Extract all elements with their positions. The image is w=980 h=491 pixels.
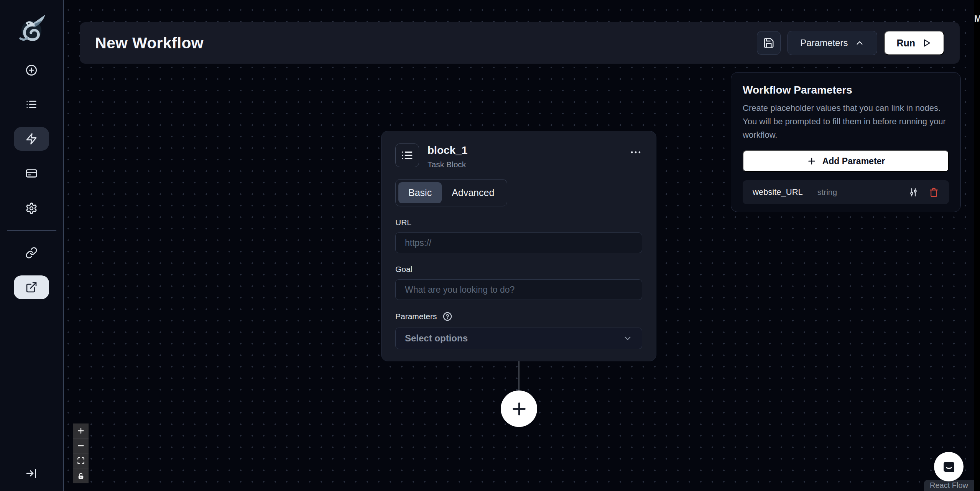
zoom-in-button[interactable]: [73, 423, 89, 438]
credit-card-icon: [25, 167, 38, 180]
task-block-type-icon-box: [395, 143, 419, 167]
panel-title: Workflow Parameters: [743, 84, 949, 96]
sidebar-collapse-toggle[interactable]: [14, 461, 49, 485]
plus-icon: [510, 399, 529, 419]
fit-view-icon: [77, 456, 85, 465]
sidebar-item-settings[interactable]: [14, 196, 49, 220]
parameters-toggle-button[interactable]: Parameters: [788, 31, 877, 55]
workflow-header: New Workflow Parameters Run: [80, 22, 960, 64]
flow-controls: [73, 423, 89, 483]
parameter-row: website_URL string: [743, 180, 949, 204]
workflow-editor-screen: New Workflow Parameters Run: [0, 0, 980, 491]
lock-toggle-button[interactable]: [73, 468, 89, 483]
help-circle-icon[interactable]: [442, 311, 452, 321]
parameter-actions: [908, 187, 939, 198]
zoom-out-icon: [77, 442, 85, 450]
zap-icon: [25, 133, 38, 145]
clipped-edge-text: M: [974, 14, 980, 24]
external-link-icon: [25, 281, 38, 293]
ellipsis-icon: [629, 146, 642, 159]
chevron-down-icon: [623, 333, 633, 343]
arrow-right-to-line-icon: [25, 467, 38, 479]
block-mode-tabs: Basic Advanced: [395, 179, 507, 206]
task-block-titles: block_1 Task Block: [428, 143, 467, 169]
goal-input[interactable]: [395, 279, 642, 300]
attribution-label: React Flow: [930, 481, 968, 490]
flow-edge: [518, 361, 520, 392]
sidebar-item-workflows[interactable]: [14, 127, 49, 151]
play-icon: [921, 38, 932, 48]
save-icon: [763, 37, 774, 49]
url-label: URL: [395, 218, 642, 227]
panel-description: Create placeholder values that you can l…: [743, 101, 949, 142]
skyvern-dragon-logo[interactable]: [15, 10, 48, 44]
unlock-icon: [77, 472, 85, 480]
plus-icon: [807, 156, 817, 166]
parameters-label: Parameters: [395, 312, 437, 321]
list-icon: [401, 149, 414, 162]
task-block-node[interactable]: block_1 Task Block Basic Advanced URL Go…: [381, 131, 656, 361]
tab-basic[interactable]: Basic: [398, 182, 442, 203]
parameters-select[interactable]: Select options: [395, 328, 642, 349]
workflow-parameters-panel: Workflow Parameters Create placeholder v…: [731, 72, 961, 212]
sidebar-item-create[interactable]: [14, 58, 49, 82]
zoom-out-button[interactable]: [73, 438, 89, 453]
chevron-up-icon: [855, 38, 865, 48]
save-button[interactable]: [757, 31, 781, 55]
zoom-in-icon: [77, 427, 85, 435]
add-block-button[interactable]: [501, 390, 537, 427]
goal-label: Goal: [395, 265, 642, 274]
workflow-title[interactable]: New Workflow: [95, 34, 204, 52]
fit-view-button[interactable]: [73, 453, 89, 468]
add-parameter-label: Add Parameter: [822, 156, 885, 166]
sliders-icon[interactable]: [908, 187, 919, 198]
gear-icon: [25, 202, 38, 214]
chat-bubble-icon: [941, 459, 957, 475]
parameters-select-value: Select options: [405, 333, 468, 344]
add-parameter-button[interactable]: Add Parameter: [743, 150, 949, 172]
screen-edge-strip: M: [974, 0, 980, 491]
url-input[interactable]: [395, 232, 642, 253]
block-name[interactable]: block_1: [428, 144, 467, 157]
run-label: Run: [896, 38, 915, 49]
task-block-header: block_1 Task Block: [395, 143, 642, 169]
parameters-label-row: Parameters: [395, 311, 642, 321]
sidebar-item-integrations[interactable]: [14, 241, 49, 265]
parameter-type: string: [817, 188, 837, 197]
block-type-label: Task Block: [428, 160, 467, 169]
react-flow-attribution[interactable]: React Flow: [924, 480, 974, 491]
parameter-name: website_URL: [753, 187, 803, 197]
trash-icon[interactable]: [929, 187, 939, 198]
header-actions: Parameters Run: [757, 31, 944, 55]
run-button[interactable]: Run: [884, 31, 944, 55]
plus-circle-icon: [25, 64, 38, 76]
block-menu-button[interactable]: [629, 143, 642, 159]
chat-widget-button[interactable]: [934, 452, 964, 481]
link-icon: [25, 247, 38, 259]
list-icon: [25, 98, 38, 110]
sidebar-item-share[interactable]: [14, 275, 49, 299]
sidebar-item-runs[interactable]: [14, 92, 49, 116]
sidebar-item-billing[interactable]: [14, 161, 49, 185]
sidebar-divider: [7, 230, 56, 231]
sidebar: [0, 0, 64, 491]
parameters-toggle-label: Parameters: [800, 38, 848, 48]
tab-advanced[interactable]: Advanced: [442, 182, 504, 203]
